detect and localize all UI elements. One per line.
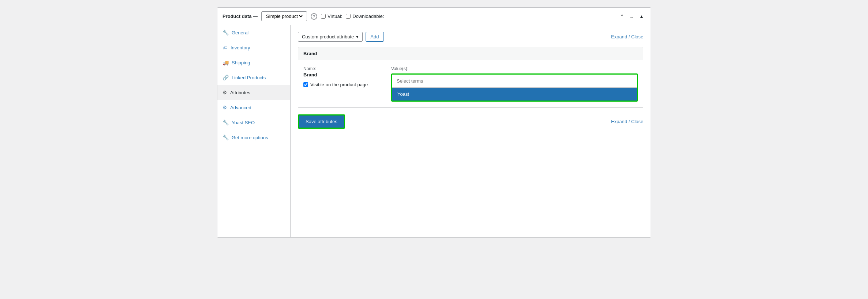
- sidebar-item-linked-products[interactable]: 🔗 Linked Products: [217, 70, 290, 85]
- sidebar-item-shipping[interactable]: 🚚 Shipping: [217, 55, 290, 70]
- expand-button[interactable]: ▲: [637, 13, 646, 20]
- virtual-checkbox[interactable]: [321, 14, 326, 19]
- chevron-down-icon: ▾: [356, 34, 359, 39]
- downloadable-checkbox-label: Downloadable:: [346, 14, 384, 19]
- sidebar-item-inventory[interactable]: 🏷 Inventory: [217, 40, 290, 55]
- attribute-select-left: Custom product attribute ▾ Add: [298, 32, 384, 42]
- visible-on-product-page-checkbox[interactable]: [303, 82, 308, 87]
- brand-section-header: Brand: [298, 47, 643, 60]
- brand-section: Brand Name: Brand Visible on the product…: [298, 47, 643, 108]
- link-icon: 🔗: [222, 75, 229, 80]
- save-attributes-row: Save attributes Expand / Close: [298, 114, 643, 129]
- sidebar-item-attributes[interactable]: ⚙ Attributes: [217, 85, 290, 100]
- save-attributes-button[interactable]: Save attributes: [298, 114, 345, 129]
- product-data-panel: Product data — Simple product ? Virtual:…: [217, 7, 651, 238]
- product-type-select[interactable]: Simple product: [261, 11, 307, 21]
- panel-title: Product data —: [222, 14, 258, 19]
- sidebar-item-general[interactable]: 🔧 General: [217, 25, 290, 40]
- collapse-up-button[interactable]: ⌃: [618, 13, 626, 20]
- name-field-label: Name:: [303, 66, 384, 71]
- gear-icon: ⚙: [222, 90, 227, 95]
- name-field-value: Brand: [303, 72, 384, 77]
- sidebar-item-get-more-options[interactable]: 🔧 Get more options: [217, 130, 290, 145]
- yoast-icon: 🔧: [222, 120, 229, 125]
- virtual-checkbox-label: Virtual:: [321, 14, 342, 19]
- help-icon[interactable]: ?: [311, 13, 317, 20]
- select-terms-input[interactable]: [392, 75, 637, 88]
- sidebar-item-advanced[interactable]: ⚙ Advanced: [217, 100, 290, 115]
- panel-header: Product data — Simple product ? Virtual:…: [217, 8, 651, 25]
- expand-close-bottom-link[interactable]: Expand / Close: [611, 119, 643, 124]
- collapse-down-button[interactable]: ⌄: [628, 13, 635, 20]
- attribute-select-row: Custom product attribute ▾ Add Expand / …: [298, 32, 643, 42]
- wrench-icon: 🔧: [222, 30, 229, 35]
- expand-close-top-link[interactable]: Expand / Close: [611, 34, 643, 39]
- settings-icon: ⚙: [222, 105, 227, 110]
- brand-section-body: Name: Brand Visible on the product page …: [298, 60, 643, 107]
- panel-controls: ⌃ ⌄ ▲: [618, 13, 646, 20]
- plus-icon: 🔧: [222, 135, 229, 140]
- visible-on-product-page-label: Visible on the product page: [303, 82, 384, 87]
- values-label: Value(s):: [391, 66, 638, 71]
- sidebar: 🔧 General 🏷 Inventory 🚚 Shipping 🔗 Linke…: [217, 25, 291, 237]
- main-content: Custom product attribute ▾ Add Expand / …: [291, 25, 651, 237]
- product-type-dropdown[interactable]: Simple product: [265, 13, 304, 19]
- brand-right-panel: Value(s): Yoast: [391, 66, 638, 102]
- panel-body: 🔧 General 🏷 Inventory 🚚 Shipping 🔗 Linke…: [217, 25, 651, 237]
- attribute-type-label: Custom product attribute: [302, 34, 354, 39]
- truck-icon: 🚚: [222, 60, 229, 65]
- sidebar-item-yoast-seo[interactable]: 🔧 Yoast SEO: [217, 115, 290, 130]
- attribute-type-dropdown[interactable]: Custom product attribute ▾: [298, 32, 363, 42]
- brand-left-panel: Name: Brand Visible on the product page: [303, 66, 384, 87]
- downloadable-checkbox[interactable]: [346, 14, 351, 19]
- values-dropdown-wrapper: Yoast: [391, 73, 638, 102]
- add-attribute-button[interactable]: Add: [366, 32, 384, 42]
- yoast-option[interactable]: Yoast: [392, 88, 637, 101]
- tag-icon: 🏷: [222, 45, 228, 50]
